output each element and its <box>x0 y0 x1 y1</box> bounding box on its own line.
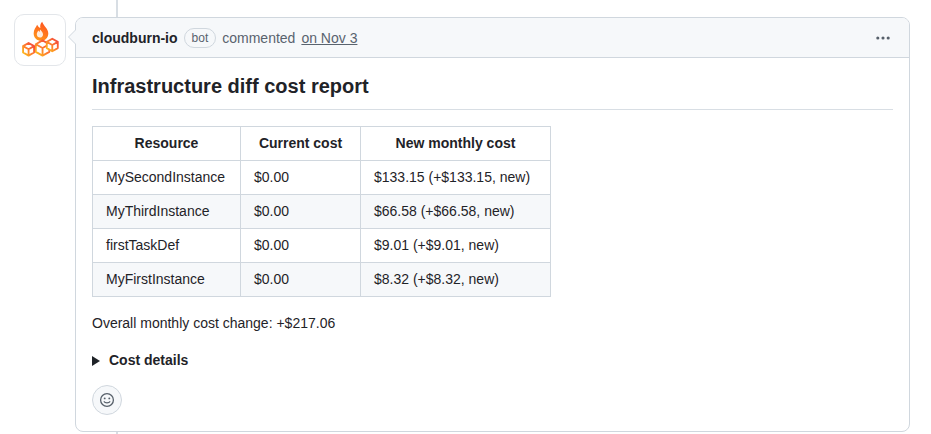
current-cost-cell: $0.00 <box>241 161 361 195</box>
cost-details-label: Cost details <box>109 350 188 371</box>
resource-cell: firstTaskDef <box>93 229 241 263</box>
new-cost-cell: $133.15 (+$133.15, new) <box>361 161 551 195</box>
report-title: Infrastructure diff cost report <box>92 74 893 110</box>
resource-cell: MyThirdInstance <box>93 195 241 229</box>
table-row: MyThirdInstance $0.00 $66.58 (+$66.58, n… <box>93 195 551 229</box>
cost-details-summary[interactable]: Cost details <box>92 350 893 371</box>
current-cost-cell: $0.00 <box>241 263 361 297</box>
new-cost-cell: $9.01 (+$9.01, new) <box>361 229 551 263</box>
new-cost-cell: $66.58 (+$66.58, new) <box>361 195 551 229</box>
cloudburn-logo-icon <box>18 18 62 62</box>
comment-body: Infrastructure diff cost report Resource… <box>76 58 909 431</box>
cost-details-disclosure: Cost details <box>92 350 893 371</box>
add-reaction-button[interactable] <box>92 385 122 415</box>
speech-caret-fill <box>69 29 77 45</box>
table-row: MyFirstInstance $0.00 $8.32 (+$8.32, new… <box>93 263 551 297</box>
bot-badge: bot <box>184 28 217 48</box>
comment-card: cloudburn-io bot commented on Nov 3 Infr… <box>75 17 910 432</box>
column-header-new-monthly-cost: New monthly cost <box>361 127 551 161</box>
new-cost-cell: $8.32 (+$8.32, new) <box>361 263 551 297</box>
kebab-menu-icon <box>875 30 891 46</box>
timestamp-link[interactable]: on Nov 3 <box>301 30 357 46</box>
resource-cell: MySecondInstance <box>93 161 241 195</box>
overall-cost-change: Overall monthly cost change: +$217.06 <box>92 313 893 334</box>
current-cost-cell: $0.00 <box>241 195 361 229</box>
cost-table: Resource Current cost New monthly cost M… <box>92 126 551 297</box>
resource-cell: MyFirstInstance <box>93 263 241 297</box>
disclosure-triangle-icon <box>92 356 100 366</box>
column-header-current-cost: Current cost <box>241 127 361 161</box>
comment-header: cloudburn-io bot commented on Nov 3 <box>76 18 909 58</box>
table-row: MySecondInstance $0.00 $133.15 (+$133.15… <box>93 161 551 195</box>
current-cost-cell: $0.00 <box>241 229 361 263</box>
action-text: commented <box>222 30 295 46</box>
smiley-icon <box>99 392 115 408</box>
author-link[interactable]: cloudburn-io <box>92 30 178 46</box>
table-row: firstTaskDef $0.00 $9.01 (+$9.01, new) <box>93 229 551 263</box>
column-header-resource: Resource <box>93 127 241 161</box>
comment-options-button[interactable] <box>873 26 893 50</box>
bot-avatar[interactable] <box>14 14 66 66</box>
table-header-row: Resource Current cost New monthly cost <box>93 127 551 161</box>
